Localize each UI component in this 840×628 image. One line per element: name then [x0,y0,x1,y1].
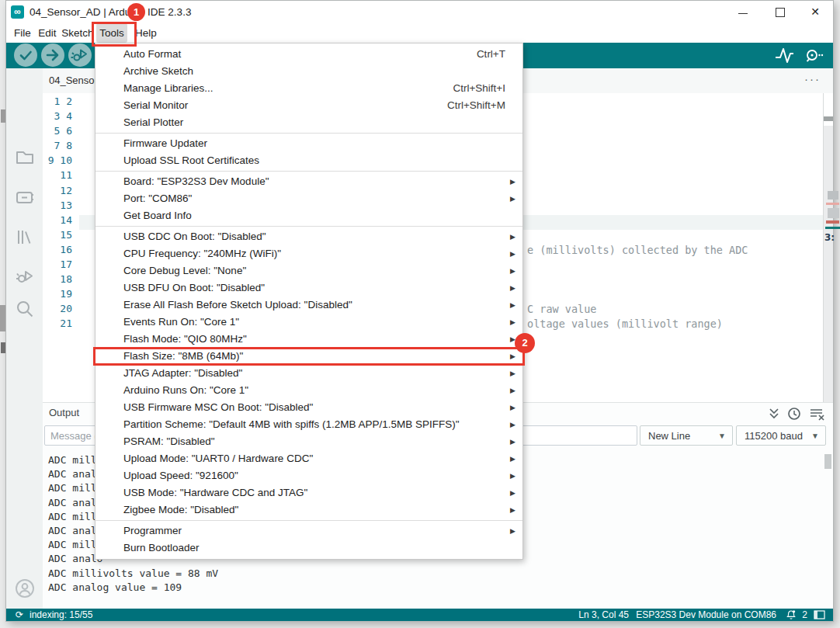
menu-item-serial-monitor[interactable]: Serial MonitorCtrl+Shift+M [95,97,522,114]
menu-separator [95,133,522,134]
verify-button[interactable] [14,43,37,67]
notification-bell-icon[interactable] [786,609,797,622]
menu-shortcut: Ctrl+Shift+M [447,97,505,114]
sketchbook-folder-icon[interactable] [14,146,36,168]
desktop-remnant-text: 3: [824,232,840,245]
activity-sidebar [6,68,43,609]
menu-item-manage-libraries[interactable]: Manage Libraries...Ctrl+Shift+I [95,80,522,97]
sync-icon: ⟳ [16,609,23,621]
serial-monitor-button[interactable] [804,46,824,66]
submenu-arrow-icon: ▶ [510,348,515,365]
menu-item-usb-cdc-on-boot-disabled[interactable]: USB CDC On Boot: "Disabled"▶ [95,228,522,245]
menu-item-usb-firmware-msc-on-boot-disabled[interactable]: USB Firmware MSC On Boot: "Disabled"▶ [95,399,522,416]
menu-item-cpu-frequency-240mhz-wifi[interactable]: CPU Frequency: "240MHz (WiFi)"▶ [95,245,522,262]
menu-item-jtag-adapter-disabled[interactable]: JTAG Adapter: "Disabled"▶ [95,365,522,382]
panel-toggle-icon[interactable] [814,610,825,623]
menu-item-serial-plotter[interactable]: Serial Plotter [95,114,522,131]
scrollbar-thumb[interactable] [824,116,833,121]
menu-item-label: JTAG Adapter: "Disabled" [123,367,242,379]
debug-icon[interactable] [14,265,36,287]
waveform-icon [776,49,793,62]
menu-item-label: CPU Frequency: "240MHz (WiFi)" [123,248,281,259]
menu-item-burn-bootloader[interactable]: Burn Bootloader [95,540,522,557]
menu-item-events-run-on-core-1[interactable]: Events Run On: "Core 1"▶ [95,314,522,331]
submenu-arrow-icon: ▶ [510,245,515,262]
menu-item-label: USB Firmware MSC On Boot: "Disabled" [123,401,313,413]
menu-bar: FileEditSketchToolsHelp [6,23,833,43]
menu-item-upload-speed-921600[interactable]: Upload Speed: "921600"▶ [95,467,522,484]
minimize-button[interactable] [731,1,755,23]
menu-item-label: USB Mode: "Hardware CDC and JTAG" [123,487,307,498]
menubar-item-sketch[interactable]: Sketch [61,23,95,43]
clear-output-icon[interactable] [808,406,824,422]
submenu-arrow-icon: ▶ [510,228,515,245]
menu-item-psram-disabled[interactable]: PSRAM: "Disabled"▶ [95,433,522,450]
more-actions-icon[interactable]: ··· [804,68,821,93]
menu-item-archive-sketch[interactable]: Archive Sketch [95,63,522,80]
boards-manager-icon[interactable] [14,186,36,208]
notification-count: 2 [802,609,807,621]
magnifier-dots-icon [804,46,824,66]
menubar-item-file[interactable]: File [8,23,37,43]
menu-item-upload-mode-uart0-hardware-cdc[interactable]: Upload Mode: "UART0 / Hardware CDC"▶ [95,450,522,467]
cursor-position[interactable]: Ln 3, Col 45 [578,609,629,621]
code-comment-fragment: C raw value [527,302,596,317]
collapse-chevrons-icon[interactable] [766,406,782,422]
menu-item-core-debug-level-none[interactable]: Core Debug Level: "None"▶ [95,262,522,279]
menubar-item-help[interactable]: Help [130,23,161,43]
serial-plotter-button[interactable] [774,46,794,66]
board-port-status[interactable]: ESP32S3 Dev Module on COM86 [636,609,776,621]
maximize-button[interactable] [768,1,793,23]
menu-item-partition-scheme-default-4mb-with-spiffs[interactable]: Partition Scheme: "Default 4MB with spif… [95,416,522,433]
menubar-item-edit[interactable]: Edit [34,23,61,43]
library-manager-icon[interactable] [14,226,36,248]
menu-item-zigbee-mode-disabled[interactable]: Zigbee Mode: "Disabled"▶ [95,501,522,519]
search-icon[interactable] [14,298,36,320]
timestamp-clock-icon[interactable] [786,406,802,422]
menu-shortcut: Ctrl+Shift+I [453,80,505,97]
menu-item-label: Upload Speed: "921600" [123,470,238,481]
tab-output[interactable]: Output [49,403,79,423]
submenu-arrow-icon: ▶ [510,522,515,540]
menu-item-label: Firmware Updater [123,137,207,149]
indexing-status: indexing: 15/55 [30,609,92,621]
code-comment-fragment: oltage values (millivolt range) [527,317,723,331]
chevron-down-icon: ▼ [811,426,819,446]
right-arrow-icon [47,50,57,60]
menu-item-flash-mode-qio-80mhz[interactable]: Flash Mode: "QIO 80MHz"▶ [95,331,522,348]
account-icon[interactable] [14,578,36,599]
menu-item-flash-size-8mb-64mb[interactable]: Flash Size: "8MB (64Mb)"▶2 [95,348,522,365]
menu-item-board-esp32s3-dev-module[interactable]: Board: "ESP32S3 Dev Module"▶ [95,173,522,190]
desktop-remnant [826,203,839,205]
menu-item-label: Board: "ESP32S3 Dev Module" [123,175,269,187]
editor-scrollbar[interactable] [823,93,833,402]
desktop-remnant [1,342,5,353]
menubar-item-tools[interactable]: Tools [96,23,127,43]
menu-item-port-com86[interactable]: Port: "COM86"▶ [95,190,522,207]
console-scrollbar-thumb[interactable] [824,454,831,469]
menu-item-label: Serial Plotter [123,116,183,128]
submenu-arrow-icon: ▶ [510,279,515,297]
baud-rate-value: 115200 baud [745,430,803,442]
debug-button[interactable] [68,43,92,67]
baud-rate-dropdown[interactable]: 115200 baud ▼ [736,425,826,446]
menu-item-upload-ssl-root-certificates[interactable]: Upload SSL Root Certificates [95,152,522,169]
menu-item-auto-format[interactable]: Auto FormatCtrl+T [95,46,522,63]
menu-item-label: Manage Libraries... [123,82,213,94]
menu-item-erase-all-flash-before-sketch-upload-dis[interactable]: Erase All Flash Before Sketch Upload: "D… [95,297,522,314]
line-ending-dropdown[interactable]: New Line ▼ [640,425,733,446]
desktop-remnant [0,305,5,331]
menu-item-firmware-updater[interactable]: Firmware Updater [95,135,522,152]
menu-item-programmer[interactable]: Programmer▶ [95,522,522,540]
submenu-arrow-icon: ▶ [510,467,515,484]
upload-button[interactable] [41,43,64,67]
menu-item-arduino-runs-on-core-1[interactable]: Arduino Runs On: "Core 1"▶ [95,382,522,399]
submenu-arrow-icon: ▶ [510,365,515,382]
menu-item-usb-dfu-on-boot-disabled[interactable]: USB DFU On Boot: "Disabled"▶ [95,279,522,297]
menu-item-get-board-info[interactable]: Get Board Info [95,207,522,224]
menu-item-label: Auto Format [123,48,181,60]
desktop-remnant [828,191,838,200]
menu-item-usb-mode-hardware-cdc-and-jtag[interactable]: USB Mode: "Hardware CDC and JTAG"▶ [95,484,522,501]
submenu-arrow-icon: ▶ [510,262,515,279]
close-button[interactable]: ✕ [803,1,828,23]
